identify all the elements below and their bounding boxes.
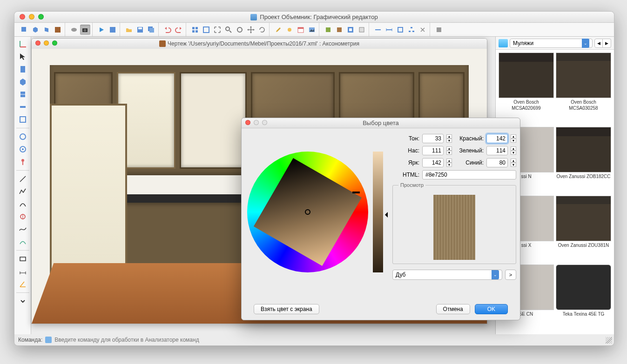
compass-icon[interactable] (16, 211, 29, 222)
close-icon[interactable] (20, 14, 25, 20)
library-folder-select[interactable]: Муляжи ⌄ (510, 39, 593, 48)
zoom-icon[interactable] (223, 25, 234, 35)
calendar-icon[interactable] (296, 25, 306, 35)
angle-icon[interactable] (16, 278, 29, 290)
maximize-icon[interactable] (38, 14, 44, 20)
color-picker-titlebar[interactable]: Выбор цвета (242, 118, 520, 128)
grid-icon[interactable] (190, 25, 200, 35)
redo-icon[interactable] (174, 25, 184, 35)
arc-icon[interactable] (16, 199, 29, 210)
camera-icon[interactable] (80, 25, 90, 35)
curve-icon[interactable] (16, 236, 29, 247)
cancel-button[interactable]: Отмена (436, 304, 470, 314)
viewport-titlebar[interactable]: Чертеж '/Users/yuriy/Documents/Mebel/Про… (32, 39, 487, 49)
panel-icon[interactable] (16, 89, 29, 100)
pin-icon[interactable] (16, 156, 29, 167)
zoom-reset-icon[interactable] (235, 25, 245, 35)
val-spinner[interactable]: ▲▼ (446, 159, 452, 167)
sub-maximize-icon[interactable] (52, 40, 57, 46)
hue-input[interactable] (422, 134, 444, 143)
circle-icon[interactable] (16, 131, 29, 142)
red-input[interactable] (486, 134, 508, 143)
command-input[interactable] (54, 337, 610, 343)
green-spinner[interactable]: ▲▼ (511, 146, 516, 155)
texture-icon[interactable] (53, 25, 63, 35)
tool1-icon[interactable] (323, 25, 333, 35)
fullscreen-icon[interactable] (212, 25, 222, 35)
save-as-icon[interactable] (108, 25, 118, 35)
cube-side-icon[interactable] (41, 25, 52, 35)
rotate-icon[interactable] (257, 25, 267, 35)
svg-rect-0 (21, 27, 26, 32)
resize-handle-icon[interactable] (606, 337, 612, 344)
save-all-icon[interactable] (146, 25, 156, 35)
material-select[interactable]: Дуб ⌄ (392, 270, 502, 280)
box3d-icon[interactable] (16, 76, 29, 87)
library-item[interactable]: Teka Texina 45E TG (556, 265, 611, 331)
measure2-icon[interactable] (384, 25, 394, 35)
tool2-icon[interactable] (334, 25, 344, 35)
material-next-button[interactable]: > (505, 270, 516, 280)
sub-minimize-icon[interactable] (44, 40, 49, 46)
main-titlebar[interactable]: Проект Объемник: Графический редактор (14, 12, 614, 23)
axis-icon[interactable] (16, 39, 29, 50)
play-icon[interactable] (96, 25, 107, 35)
svg-marker-23 (250, 26, 252, 27)
lib-prev-button[interactable]: ◀ (594, 39, 603, 48)
eye-icon[interactable] (69, 25, 79, 35)
blue-input[interactable] (486, 158, 508, 167)
hue-spinner[interactable]: ▲▼ (446, 134, 452, 143)
rect-icon[interactable] (16, 253, 29, 265)
brush-icon[interactable] (273, 25, 283, 35)
color-wheel[interactable] (247, 152, 368, 272)
tool4-icon[interactable] (357, 25, 367, 35)
val-input[interactable] (422, 158, 444, 167)
color-value-slider[interactable] (373, 152, 383, 272)
green-input[interactable] (486, 146, 508, 155)
open-icon[interactable] (124, 25, 134, 35)
sat-spinner[interactable]: ▲▼ (446, 146, 452, 155)
blue-spinner[interactable]: ▲▼ (511, 159, 516, 167)
library-item[interactable]: Oven Bosch MCSA030258 (556, 53, 611, 125)
ok-button[interactable]: OK (475, 304, 508, 314)
line-icon[interactable] (16, 173, 29, 185)
minimize-icon[interactable] (29, 14, 34, 20)
window-icon[interactable] (201, 25, 211, 35)
measure3-icon[interactable] (395, 25, 405, 35)
door-icon[interactable] (16, 64, 29, 75)
measure1-icon[interactable] (373, 25, 383, 35)
svg-marker-50 (20, 79, 26, 86)
hierarchy-icon[interactable] (406, 25, 417, 35)
sat-input[interactable] (422, 146, 444, 155)
html-input[interactable] (422, 170, 516, 179)
light-icon[interactable] (284, 25, 295, 35)
lib-next-button[interactable]: ▶ (603, 39, 611, 48)
spline-icon[interactable] (16, 224, 29, 235)
pick-from-screen-button[interactable]: Взять цвет с экрана (254, 304, 319, 314)
move-icon[interactable] (246, 25, 256, 35)
chevron-down-icon[interactable] (16, 296, 29, 307)
board-icon[interactable] (16, 114, 29, 125)
shelf-icon[interactable] (16, 101, 29, 113)
slider-marker-icon[interactable] (382, 212, 388, 218)
library-item[interactable]: Oven Zanussi ZOB182CC (556, 127, 611, 194)
snap-icon[interactable] (418, 25, 428, 35)
tool3-icon[interactable] (345, 25, 356, 35)
target-icon[interactable] (16, 144, 29, 155)
extra-icon[interactable] (434, 25, 444, 35)
cube-iso-icon[interactable] (30, 25, 40, 35)
save-icon[interactable] (135, 25, 145, 35)
cursor-icon[interactable] (16, 51, 29, 62)
library-item[interactable]: Oven Zanussi ZOU381N (556, 196, 611, 263)
cp-maximize-disabled-icon (262, 120, 267, 125)
svg-rect-32 (326, 27, 330, 32)
dims-icon[interactable] (16, 266, 29, 277)
cp-close-icon[interactable] (245, 120, 250, 125)
sub-close-icon[interactable] (35, 40, 40, 46)
red-spinner[interactable]: ▲▼ (511, 134, 516, 143)
library-item[interactable]: Oven Bosch MCSA020699 (499, 53, 554, 125)
cube-front-icon[interactable] (19, 25, 29, 35)
undo-icon[interactable] (162, 25, 173, 35)
polyline-icon[interactable] (16, 186, 29, 197)
image-icon[interactable] (307, 25, 317, 35)
